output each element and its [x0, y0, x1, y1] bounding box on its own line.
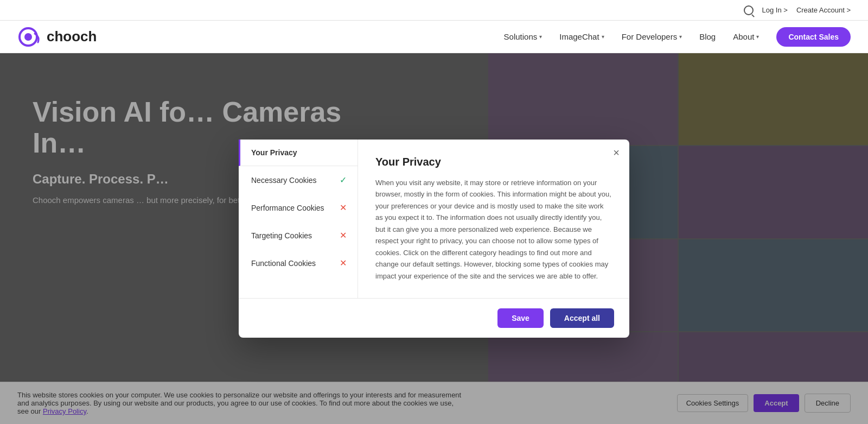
functional-cookies-x-icon: ✕	[340, 258, 347, 268]
logo[interactable]: chooch	[17, 24, 97, 50]
save-button[interactable]: Save	[497, 308, 544, 328]
nav-imagechat[interactable]: ImageChat▾	[553, 29, 610, 45]
nav-solutions[interactable]: Solutions▾	[497, 29, 549, 45]
nav-links: Solutions▾ ImageChat▾ For Developers▾ Bl…	[497, 29, 766, 45]
nav-blog[interactable]: Blog	[693, 29, 722, 45]
modal-sidebar: Your Privacy Necessary Cookies ✓ Perform…	[239, 140, 358, 298]
sidebar-item-targeting-cookies[interactable]: Targeting Cookies ✕	[239, 222, 358, 249]
modal-body: Your Privacy Necessary Cookies ✓ Perform…	[239, 140, 629, 298]
search-icon[interactable]	[744, 5, 754, 15]
modal-footer: Save Accept all	[239, 298, 629, 338]
modal-close-button[interactable]: ×	[613, 147, 620, 158]
contact-sales-button[interactable]: Contact Sales	[776, 27, 851, 47]
modal-overlay: × Your Privacy Necessary Cookies ✓ Perfo…	[0, 53, 868, 424]
top-bar: Log In > Create Account >	[0, 0, 868, 21]
accept-all-button[interactable]: Accept all	[550, 308, 614, 328]
create-account-link[interactable]: Create Account >	[796, 6, 851, 14]
nav-for-developers[interactable]: For Developers▾	[615, 29, 689, 45]
privacy-modal: × Your Privacy Necessary Cookies ✓ Perfo…	[239, 140, 629, 338]
nav-about[interactable]: About▾	[726, 29, 765, 45]
page-background: Vision AI fo… Cameras In… Capture. Proce…	[0, 53, 868, 424]
sidebar-item-necessary-cookies[interactable]: Necessary Cookies ✓	[239, 166, 358, 194]
sidebar-item-performance-cookies[interactable]: Performance Cookies ✕	[239, 194, 358, 222]
performance-cookies-x-icon: ✕	[340, 202, 347, 213]
modal-content-description: When you visit any website, it may store…	[375, 177, 612, 282]
targeting-cookies-x-icon: ✕	[340, 230, 347, 241]
svg-point-1	[24, 33, 32, 41]
necessary-cookies-check-icon: ✓	[340, 175, 347, 185]
sidebar-item-functional-cookies[interactable]: Functional Cookies ✕	[239, 249, 358, 277]
logo-text: chooch	[47, 28, 97, 45]
modal-content-area: Your Privacy When you visit any website,…	[358, 140, 629, 298]
modal-content-title: Your Privacy	[375, 156, 612, 168]
navbar: chooch Solutions▾ ImageChat▾ For Develop…	[0, 21, 868, 53]
login-link[interactable]: Log In >	[762, 6, 788, 14]
sidebar-item-your-privacy[interactable]: Your Privacy	[239, 140, 358, 166]
